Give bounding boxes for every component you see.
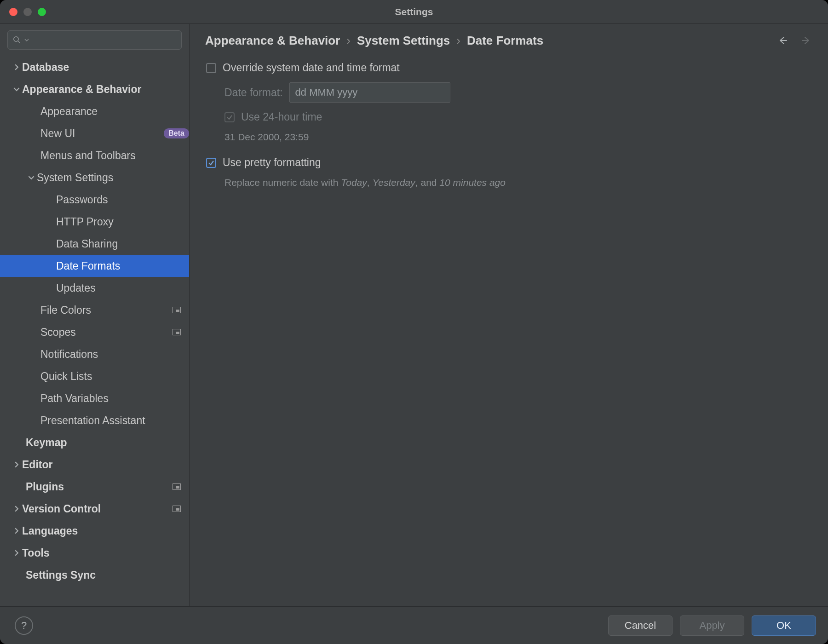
chevron-down-icon (24, 38, 29, 42)
button-label: OK (776, 620, 791, 632)
override-system-format-row[interactable]: Override system date and time format (206, 62, 811, 74)
settings-tree: Database Appearance & Behavior Appearanc… (0, 56, 189, 606)
titlebar: Settings (0, 0, 828, 24)
sidebar-item-label: Date Formats (56, 260, 189, 272)
button-label: Apply (699, 620, 724, 632)
help-button[interactable]: ? (15, 616, 33, 635)
sidebar-item-label: Version Control (22, 503, 172, 515)
date-format-label: Date format: (224, 86, 283, 99)
date-preview: 31 Dec 2000, 23:59 (224, 132, 811, 143)
nav-arrows (776, 34, 812, 47)
sidebar-item-version-control[interactable]: Version Control (0, 498, 189, 520)
chevron-right-icon (11, 461, 22, 468)
sidebar-item-label: Path Variables (40, 392, 189, 405)
sidebar-item-label: Updates (56, 282, 189, 294)
sidebar-item-label: Keymap (26, 437, 189, 449)
desc-today: Today (341, 177, 367, 188)
sidebar-item-tools[interactable]: Tools (0, 542, 189, 564)
override-label: Override system date and time format (223, 62, 400, 74)
sidebar-item-passwords[interactable]: Passwords (0, 189, 189, 211)
project-scope-icon (172, 307, 181, 313)
minimize-icon[interactable] (23, 8, 32, 16)
sidebar-item-date-formats[interactable]: Date Formats (0, 255, 189, 277)
sidebar-item-appearance[interactable]: Appearance (0, 100, 189, 122)
main-content: Override system date and time format Dat… (190, 57, 828, 606)
main-panel: Appearance & Behavior › System Settings … (190, 24, 828, 606)
sidebar-item-label: Scopes (40, 326, 172, 339)
search-container (0, 30, 189, 56)
sidebar-item-quick-lists[interactable]: Quick Lists (0, 365, 189, 387)
pretty-description: Replace numeric date with Today, Yesterd… (224, 177, 811, 188)
sidebar-item-label: System Settings (37, 172, 189, 184)
sidebar-item-new-ui[interactable]: New UI Beta (0, 122, 189, 144)
desc-yesterday: Yesterday (372, 177, 415, 188)
sidebar-item-label: Database (22, 61, 189, 74)
sidebar-item-languages[interactable]: Languages (0, 520, 189, 542)
sidebar-item-label: Appearance (40, 105, 189, 118)
help-icon: ? (21, 620, 27, 632)
sidebar-item-http-proxy[interactable]: HTTP Proxy (0, 211, 189, 233)
chevron-right-icon (11, 528, 22, 534)
use-24h-checkbox (224, 112, 235, 122)
svg-point-0 (14, 37, 18, 41)
sidebar-item-label: Data Sharing (56, 238, 189, 250)
sidebar-item-system-settings[interactable]: System Settings (0, 167, 189, 189)
sidebar-item-database[interactable]: Database (0, 56, 189, 78)
sidebar: Database Appearance & Behavior Appearanc… (0, 24, 190, 606)
dialog-footer: ? Cancel Apply OK (0, 606, 828, 644)
use-pretty-checkbox[interactable] (206, 158, 216, 168)
sidebar-item-label: New UI (40, 127, 159, 140)
cancel-button[interactable]: Cancel (608, 615, 673, 636)
ok-button[interactable]: OK (752, 615, 816, 636)
close-icon[interactable] (9, 8, 17, 16)
sidebar-item-settings-sync[interactable]: Settings Sync (0, 564, 189, 586)
sidebar-item-path-variables[interactable]: Path Variables (0, 387, 189, 409)
forward-button (799, 34, 812, 47)
override-checkbox[interactable] (206, 63, 216, 73)
sidebar-item-keymap[interactable]: Keymap (0, 431, 189, 454)
sidebar-item-presentation-assistant[interactable]: Presentation Assistant (0, 409, 189, 431)
sidebar-item-label: Editor (22, 459, 189, 471)
breadcrumb-part[interactable]: Date Formats (467, 34, 543, 48)
search-field[interactable] (32, 35, 177, 46)
maximize-icon[interactable] (38, 8, 46, 16)
sidebar-item-label: Languages (22, 525, 189, 537)
chevron-right-icon (11, 550, 22, 556)
use-24h-row: Use 24-hour time (224, 111, 811, 123)
sidebar-item-label: Settings Sync (26, 569, 189, 581)
sidebar-item-scopes[interactable]: Scopes (0, 321, 189, 343)
sidebar-item-data-sharing[interactable]: Data Sharing (0, 233, 189, 255)
sidebar-item-plugins[interactable]: Plugins (0, 476, 189, 498)
window-body: Database Appearance & Behavior Appearanc… (0, 24, 828, 606)
sidebar-item-editor[interactable]: Editor (0, 454, 189, 476)
sidebar-item-label: Quick Lists (40, 370, 189, 383)
project-scope-icon (172, 506, 181, 512)
sidebar-item-label: Passwords (56, 194, 189, 206)
sidebar-item-file-colors[interactable]: File Colors (0, 299, 189, 321)
date-format-row: Date format: (224, 82, 811, 103)
search-input[interactable] (7, 30, 182, 50)
use-pretty-row[interactable]: Use pretty formatting (206, 156, 811, 169)
sidebar-item-label: File Colors (40, 304, 172, 316)
chevron-right-icon: › (456, 34, 460, 48)
window-controls (9, 8, 46, 16)
breadcrumb-part[interactable]: Appearance & Behavior (205, 34, 340, 48)
search-icon (12, 35, 22, 45)
desc-text: Replace numeric date with (224, 177, 341, 188)
sidebar-item-label: Menus and Toolbars (40, 150, 189, 162)
sidebar-item-label: HTTP Proxy (56, 216, 189, 228)
sidebar-item-appearance-behavior[interactable]: Appearance & Behavior (0, 78, 189, 100)
chevron-right-icon: › (346, 34, 351, 48)
settings-window: Settings Database (0, 0, 828, 644)
sidebar-item-updates[interactable]: Updates (0, 277, 189, 299)
chevron-right-icon (11, 506, 22, 512)
chevron-down-icon (11, 86, 22, 92)
back-button[interactable] (776, 34, 789, 47)
breadcrumb-part[interactable]: System Settings (357, 34, 450, 48)
sidebar-item-notifications[interactable]: Notifications (0, 343, 189, 365)
sidebar-item-menus-toolbars[interactable]: Menus and Toolbars (0, 144, 189, 167)
desc-text: , (367, 177, 373, 188)
breadcrumb: Appearance & Behavior › System Settings … (205, 34, 770, 48)
chevron-down-icon (26, 174, 37, 181)
main-header: Appearance & Behavior › System Settings … (190, 24, 828, 57)
